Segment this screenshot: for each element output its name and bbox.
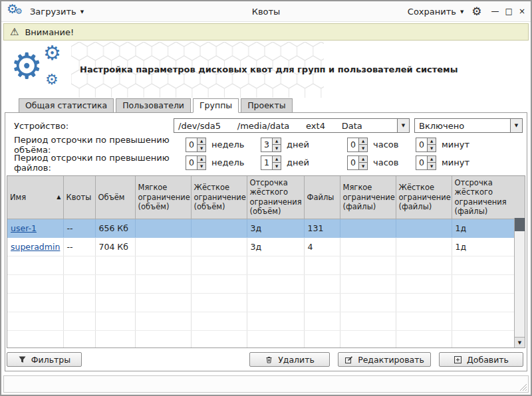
resize-grip[interactable] bbox=[519, 383, 527, 391]
column-header-volume[interactable]: Объём bbox=[95, 176, 135, 219]
scrollbar-thumb[interactable] bbox=[515, 218, 525, 231]
spin-down-icon[interactable]: ▼ bbox=[428, 162, 436, 169]
tab-groups[interactable]: Группы bbox=[193, 98, 239, 113]
spinner-arrows[interactable]: ▲▼ bbox=[272, 156, 281, 169]
grace-files-label: Период отсрочки по превышению файлов: bbox=[14, 153, 186, 173]
tab-users[interactable]: Пользователи bbox=[116, 98, 191, 113]
column-header-soft-files[interactable]: Мягкое ограничение (файлы) bbox=[340, 176, 396, 219]
spin-up-icon[interactable]: ▲ bbox=[428, 138, 436, 145]
files-minutes-spinner[interactable]: 0 ▲▼ bbox=[416, 155, 436, 170]
spin-up-icon[interactable]: ▲ bbox=[273, 138, 281, 145]
cell-volume: 704 Кб bbox=[95, 237, 135, 256]
device-select[interactable]: /dev/sda5 /media/data ext4 Data ▼ bbox=[174, 118, 410, 133]
save-menu-button[interactable]: Сохранить ▼ bbox=[408, 7, 464, 17]
days-unit-label: дней bbox=[287, 140, 347, 149]
scrollbar-track[interactable] bbox=[515, 231, 525, 337]
dropdown-button[interactable]: ▼ bbox=[397, 119, 409, 132]
column-header-soft-volume[interactable]: Мягкое ограничение (объём) bbox=[135, 176, 191, 219]
minimize-button[interactable]: — bbox=[491, 7, 499, 15]
volume-days-spinner[interactable]: 3 ▲▼ bbox=[261, 138, 281, 152]
chevron-down-icon: ▼ bbox=[402, 123, 405, 128]
tab-projects[interactable]: Проекты bbox=[241, 98, 292, 113]
quota-table-container: Имя ▲ Квоты Объём Мягкое ограничение (об… bbox=[7, 175, 525, 348]
spinner-value: 0 bbox=[416, 156, 427, 169]
filters-button[interactable]: Фильтры bbox=[7, 352, 82, 367]
warning-banner: ⚠ Внимание! bbox=[3, 23, 529, 41]
quota-table-body: user-1 -- 656 Кб 3д 131 1д superadmin -- bbox=[7, 219, 525, 348]
settings-gear-icon[interactable]: ⚙ bbox=[471, 6, 481, 17]
table-cell-empty bbox=[340, 256, 396, 274]
spinner-arrows[interactable]: ▲▼ bbox=[427, 156, 436, 169]
table-row[interactable]: superadmin -- 704 Кб 3д 4 1д bbox=[7, 237, 525, 256]
table-cell-empty bbox=[247, 330, 304, 348]
spinner-arrows[interactable]: ▲▼ bbox=[197, 156, 205, 169]
tab-general-statistics[interactable]: Общая статистика bbox=[19, 98, 114, 113]
spinner-arrows[interactable]: ▲▼ bbox=[272, 138, 281, 151]
table-cell-empty bbox=[95, 330, 135, 348]
quota-table: Имя ▲ Квоты Объём Мягкое ограничение (об… bbox=[7, 176, 525, 348]
dropdown-button[interactable]: ▼ bbox=[510, 119, 522, 132]
trash-icon bbox=[265, 355, 273, 364]
spinner-arrows[interactable]: ▲▼ bbox=[358, 138, 367, 151]
spinner-arrows[interactable]: ▲▼ bbox=[358, 156, 367, 169]
spin-up-icon[interactable]: ▲ bbox=[198, 156, 205, 163]
spinner-value: 0 bbox=[348, 156, 358, 169]
spin-down-icon[interactable]: ▼ bbox=[359, 144, 367, 151]
delete-button[interactable]: Удалить bbox=[249, 352, 330, 367]
column-header-hard-volume[interactable]: Жёсткое ограничение (объём) bbox=[191, 176, 247, 219]
spin-down-icon[interactable]: ▼ bbox=[428, 144, 436, 151]
table-cell-empty bbox=[247, 256, 304, 274]
add-button-label: Добавить bbox=[467, 355, 509, 365]
delete-button-label: Удалить bbox=[278, 355, 315, 365]
files-days-spinner[interactable]: 1 ▲▼ bbox=[261, 155, 281, 170]
action-bar: Фильтры Удалить Редактировать Добавить bbox=[5, 348, 527, 371]
device-row: Устройство: /dev/sda5 /media/data ext4 D… bbox=[5, 113, 527, 136]
edit-button[interactable]: Редактировать bbox=[338, 352, 431, 367]
spinner-arrows[interactable]: ▲▼ bbox=[197, 138, 205, 151]
minutes-unit-label: минут bbox=[442, 140, 469, 149]
spin-up-icon[interactable]: ▲ bbox=[428, 156, 436, 163]
cell-hard-files bbox=[396, 237, 452, 256]
volume-hours-spinner[interactable]: 0 ▲▼ bbox=[347, 138, 368, 152]
spin-down-icon[interactable]: ▼ bbox=[273, 162, 281, 169]
group-link[interactable]: user-1 bbox=[11, 223, 37, 233]
cell-files: 131 bbox=[304, 219, 340, 237]
column-header-grace-volume[interactable]: Отсрочка жёсткого ограничения (объём) bbox=[247, 176, 304, 219]
table-cell-empty bbox=[396, 293, 452, 312]
files-hours-spinner[interactable]: 0 ▲▼ bbox=[347, 155, 368, 170]
spin-up-icon[interactable]: ▲ bbox=[359, 138, 367, 145]
scroll-down-button[interactable]: ▼ bbox=[515, 337, 525, 347]
add-plus-icon bbox=[454, 355, 462, 364]
maximize-button[interactable]: □ bbox=[505, 7, 513, 15]
load-menu-button[interactable]: Загрузить ▼ bbox=[30, 7, 84, 17]
table-cell-empty bbox=[63, 330, 95, 348]
group-link[interactable]: superadmin bbox=[11, 242, 60, 252]
gear-icon: ⚙ bbox=[45, 72, 59, 87]
spin-up-icon[interactable]: ▲ bbox=[273, 156, 281, 163]
column-header-quotas[interactable]: Квоты bbox=[63, 176, 95, 219]
volume-minutes-spinner[interactable]: 0 ▲▼ bbox=[416, 138, 436, 152]
spinner-arrows[interactable]: ▲▼ bbox=[427, 138, 436, 151]
window-controls: — □ × bbox=[491, 7, 525, 15]
spin-down-icon[interactable]: ▼ bbox=[273, 144, 281, 151]
column-header-name[interactable]: Имя ▲ bbox=[7, 176, 63, 219]
spinner-value: 0 bbox=[416, 138, 427, 151]
add-button[interactable]: Добавить bbox=[439, 352, 523, 367]
spin-up-icon[interactable]: ▲ bbox=[198, 138, 205, 145]
files-weeks-spinner[interactable]: 0 ▲▼ bbox=[186, 155, 206, 170]
close-button[interactable]: × bbox=[519, 7, 525, 15]
app-window: ⚙ ⚙ Загрузить ▼ Квоты Сохранить ▼ ⚙ — □ … bbox=[0, 0, 532, 396]
spin-down-icon[interactable]: ▼ bbox=[198, 162, 205, 169]
table-cell-empty bbox=[304, 293, 340, 312]
column-header-hard-files[interactable]: Жёсткое ограничение (файлы) bbox=[396, 176, 452, 219]
spin-up-icon[interactable]: ▲ bbox=[359, 156, 367, 163]
column-header-grace-files[interactable]: Отсрочка жёсткого ограничения (файлы) bbox=[452, 176, 525, 219]
spin-down-icon[interactable]: ▼ bbox=[359, 162, 367, 169]
table-vertical-scrollbar[interactable]: ▼ bbox=[514, 218, 525, 347]
table-row[interactable]: user-1 -- 656 Кб 3д 131 1д bbox=[7, 219, 525, 237]
quota-status-select[interactable]: Включено ▼ bbox=[414, 118, 523, 133]
table-cell-empty bbox=[396, 274, 452, 293]
volume-weeks-spinner[interactable]: 0 ▲▼ bbox=[186, 138, 206, 152]
column-header-files[interactable]: Файлы bbox=[304, 176, 340, 219]
spin-down-icon[interactable]: ▼ bbox=[198, 144, 205, 151]
